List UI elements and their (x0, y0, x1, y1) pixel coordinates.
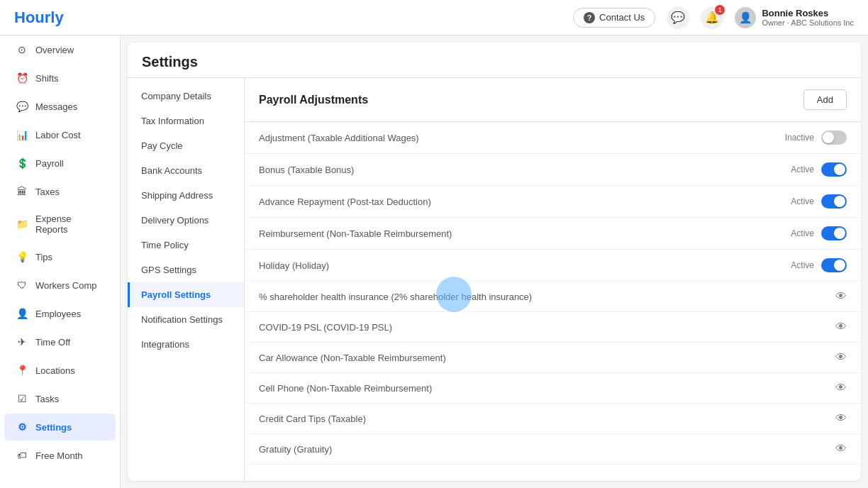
sidebar-item-workers-comp[interactable]: 🛡Workers Comp (4, 272, 116, 299)
labor-cost-icon: 📊 (16, 128, 28, 141)
settings-nav-time-policy[interactable]: Time Policy (128, 233, 244, 257)
adjustment-row: Credit Card Tips (Taxable)👁 (245, 404, 861, 434)
adjustment-name: Reimbursement (Non-Taxable Reimbursement… (259, 228, 452, 239)
sidebar-item-expense-reports[interactable]: 📁Expense Reports (4, 206, 116, 242)
eye-icon[interactable]: 👁 (835, 382, 847, 394)
adjustment-row: Adjustment (Taxable Additional Wages)Ina… (245, 122, 861, 154)
sidebar-label: Taxes (35, 187, 60, 197)
adjustment-name: Bonus (Taxable Bonus) (259, 165, 354, 175)
sidebar-item-settings[interactable]: ⚙Settings (4, 414, 116, 440)
adjustment-row: Holiday (Holiday)Active (245, 250, 861, 282)
eye-icon[interactable]: 👁 (835, 290, 847, 303)
settings-nav-notification-settings[interactable]: Notification Settings (128, 307, 244, 332)
settings-inner: Company DetailsTax InformationPay CycleB… (128, 78, 861, 481)
toggle-switch[interactable] (821, 258, 847, 272)
employees-icon: 👤 (16, 307, 28, 320)
settings-nav-company-details[interactable]: Company Details (128, 84, 244, 109)
sidebar-item-payroll[interactable]: 💲Payroll (4, 150, 116, 177)
settings-nav-tax-information[interactable]: Tax Information (128, 109, 244, 133)
sidebar-item-taxes[interactable]: 🏛Taxes (4, 178, 116, 205)
sidebar-label: Overview (35, 45, 74, 55)
adjustment-row: Bonus (Taxable Bonus)Active (245, 154, 861, 186)
notifications-button[interactable]: 🔔 1 (701, 6, 723, 29)
adjustment-controls: Active (791, 162, 847, 177)
adjustment-row: Car Allowance (Non-Taxable Reimbursement… (245, 343, 861, 373)
settings-title: Settings (128, 43, 861, 78)
adjustment-name: Credit Card Tips (Taxable) (259, 414, 366, 424)
settings-icon: ⚙ (16, 421, 28, 433)
settings-nav-pay-cycle[interactable]: Pay Cycle (128, 133, 244, 158)
sidebar-label: Tasks (35, 394, 59, 404)
sidebar-label: Employees (35, 309, 81, 319)
overview-icon: ⊙ (16, 43, 28, 56)
taxes-icon: 🏛 (16, 185, 28, 198)
sidebar-item-labor-cost[interactable]: 📊Labor Cost (4, 121, 116, 148)
sidebar-item-free-month[interactable]: 🏷Free Month (4, 442, 116, 469)
status-label: Active (791, 165, 814, 174)
toggle-knob (834, 164, 845, 175)
sidebar-label: Locations (35, 365, 75, 376)
toggle-switch[interactable] (821, 226, 847, 240)
adjustment-controls: Active (791, 258, 847, 272)
sidebar-item-tasks[interactable]: ☑Tasks (4, 385, 116, 412)
sidebar-item-employees[interactable]: 👤Employees (4, 300, 116, 327)
sidebar-item-messages[interactable]: 💬Messages (4, 93, 116, 120)
free-month-icon: 🏷 (16, 449, 28, 462)
adjustment-name: Holiday (Holiday) (259, 260, 329, 271)
workers-comp-icon: 🛡 (16, 279, 28, 292)
toggle-knob (834, 196, 845, 207)
sidebar-item-tips[interactable]: 💡Tips (4, 243, 116, 270)
settings-nav-payroll-settings[interactable]: Payroll Settings (128, 282, 244, 307)
add-button[interactable]: Add (803, 89, 847, 110)
app-logo: Hourly (14, 9, 64, 27)
notification-badge: 1 (715, 5, 725, 15)
sidebar-label: Payroll (35, 158, 64, 169)
payroll-adjustments-title: Payroll Adjustments (259, 94, 368, 106)
adjustment-name: Gratuity (Gratuity) (259, 444, 332, 455)
adjustment-row: COVID-19 PSL (COVID-19 PSL)👁 (245, 312, 861, 343)
sidebar-item-time-off[interactable]: ✈Time Off (4, 328, 116, 355)
status-label: Inactive (785, 133, 814, 143)
settings-nav-gps-settings[interactable]: GPS Settings (128, 257, 244, 282)
eye-icon[interactable]: 👁 (835, 443, 847, 455)
content-area: Settings Company DetailsTax InformationP… (121, 35, 868, 488)
main-layout: ⊙Overview⏰Shifts💬Messages📊Labor Cost💲Pay… (0, 35, 868, 488)
adjustment-controls: 👁 (835, 290, 847, 303)
adjustment-name: Cell Phone (Non-Taxable Reimbursement) (259, 383, 432, 394)
status-label: Active (791, 196, 814, 206)
toggle-knob (834, 228, 845, 239)
toggle-switch[interactable] (821, 194, 847, 209)
time-off-icon: ✈ (16, 336, 28, 348)
question-icon: ? (584, 12, 595, 23)
chat-icon: 💬 (671, 11, 685, 24)
user-name: Bonnie Roskes (762, 8, 854, 19)
toggle-knob (834, 260, 845, 271)
toggle-switch[interactable] (821, 162, 847, 177)
tips-icon: 💡 (16, 250, 28, 263)
sidebar-item-locations[interactable]: 📍Locations (4, 357, 116, 384)
app-header: Hourly ? Contact Us 💬 🔔 1 👤 Bonnie Roske… (0, 0, 868, 35)
adjustment-row: Gratuity (Gratuity)👁 (245, 434, 861, 465)
adjustment-row: Cell Phone (Non-Taxable Reimbursement)👁 (245, 373, 861, 404)
messages-icon-button[interactable]: 💬 (667, 6, 689, 29)
sidebar-label: Settings (35, 422, 72, 433)
settings-nav-shipping-address[interactable]: Shipping Address (128, 183, 244, 208)
adjustment-row: % shareholder health insurance (2% share… (245, 282, 861, 312)
sidebar-item-shifts[interactable]: ⏰Shifts (4, 65, 116, 92)
settings-nav-integrations[interactable]: Integrations (128, 332, 244, 357)
eye-icon[interactable]: 👁 (835, 412, 847, 425)
sidebar-item-overview[interactable]: ⊙Overview (4, 36, 116, 63)
messages-icon: 💬 (16, 100, 28, 113)
adjustment-name: COVID-19 PSL (COVID-19 PSL) (259, 322, 392, 333)
payroll-panel[interactable]: Payroll Adjustments Add Adjustment (Taxa… (245, 78, 861, 481)
status-label: Active (791, 260, 814, 270)
user-menu[interactable]: 👤 Bonnie Roskes Owner · ABC Solutions In… (735, 7, 854, 28)
toggle-switch[interactable] (821, 131, 847, 145)
adjustment-controls: 👁 (835, 382, 847, 394)
adjustments-list: Adjustment (Taxable Additional Wages)Ina… (245, 122, 861, 465)
settings-nav-delivery-options[interactable]: Delivery Options (128, 208, 244, 233)
eye-icon[interactable]: 👁 (835, 351, 847, 364)
contact-us-button[interactable]: ? Contact Us (573, 8, 655, 28)
eye-icon[interactable]: 👁 (835, 321, 847, 333)
settings-nav-bank-accounts[interactable]: Bank Accounts (128, 158, 244, 183)
